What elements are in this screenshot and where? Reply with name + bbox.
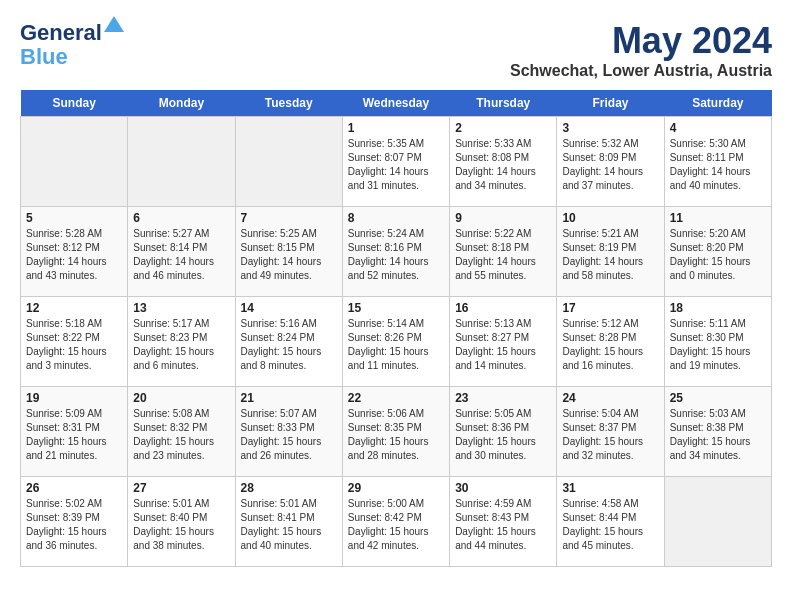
day-info: Sunrise: 4:59 AMSunset: 8:43 PMDaylight:… bbox=[455, 497, 551, 553]
header-row: Sunday Monday Tuesday Wednesday Thursday… bbox=[21, 90, 772, 117]
calendar-cell: 11 Sunrise: 5:20 AMSunset: 8:20 PMDaylig… bbox=[664, 207, 771, 297]
calendar-cell: 18 Sunrise: 5:11 AMSunset: 8:30 PMDaylig… bbox=[664, 297, 771, 387]
day-number: 26 bbox=[26, 481, 122, 495]
logo-general: General bbox=[20, 20, 102, 45]
day-number: 5 bbox=[26, 211, 122, 225]
calendar-cell: 22 Sunrise: 5:06 AMSunset: 8:35 PMDaylig… bbox=[342, 387, 449, 477]
day-info: Sunrise: 5:25 AMSunset: 8:15 PMDaylight:… bbox=[241, 227, 337, 283]
day-info: Sunrise: 5:22 AMSunset: 8:18 PMDaylight:… bbox=[455, 227, 551, 283]
day-number: 16 bbox=[455, 301, 551, 315]
calendar-cell: 15 Sunrise: 5:14 AMSunset: 8:26 PMDaylig… bbox=[342, 297, 449, 387]
day-number: 23 bbox=[455, 391, 551, 405]
day-number: 14 bbox=[241, 301, 337, 315]
day-info: Sunrise: 5:05 AMSunset: 8:36 PMDaylight:… bbox=[455, 407, 551, 463]
header-wednesday: Wednesday bbox=[342, 90, 449, 117]
day-info: Sunrise: 5:02 AMSunset: 8:39 PMDaylight:… bbox=[26, 497, 122, 553]
day-info: Sunrise: 5:06 AMSunset: 8:35 PMDaylight:… bbox=[348, 407, 444, 463]
day-number: 17 bbox=[562, 301, 658, 315]
logo-triangle-icon bbox=[104, 16, 124, 32]
day-number: 6 bbox=[133, 211, 229, 225]
calendar-cell: 14 Sunrise: 5:16 AMSunset: 8:24 PMDaylig… bbox=[235, 297, 342, 387]
day-number: 22 bbox=[348, 391, 444, 405]
calendar-cell bbox=[128, 117, 235, 207]
day-info: Sunrise: 5:18 AMSunset: 8:22 PMDaylight:… bbox=[26, 317, 122, 373]
day-number: 20 bbox=[133, 391, 229, 405]
header-tuesday: Tuesday bbox=[235, 90, 342, 117]
calendar-cell: 24 Sunrise: 5:04 AMSunset: 8:37 PMDaylig… bbox=[557, 387, 664, 477]
calendar-cell: 3 Sunrise: 5:32 AMSunset: 8:09 PMDayligh… bbox=[557, 117, 664, 207]
day-info: Sunrise: 5:08 AMSunset: 8:32 PMDaylight:… bbox=[133, 407, 229, 463]
calendar-cell: 1 Sunrise: 5:35 AMSunset: 8:07 PMDayligh… bbox=[342, 117, 449, 207]
calendar-cell: 9 Sunrise: 5:22 AMSunset: 8:18 PMDayligh… bbox=[450, 207, 557, 297]
day-number: 29 bbox=[348, 481, 444, 495]
main-title: May 2024 bbox=[510, 20, 772, 62]
day-info: Sunrise: 5:09 AMSunset: 8:31 PMDaylight:… bbox=[26, 407, 122, 463]
header-saturday: Saturday bbox=[664, 90, 771, 117]
header-thursday: Thursday bbox=[450, 90, 557, 117]
calendar-cell: 8 Sunrise: 5:24 AMSunset: 8:16 PMDayligh… bbox=[342, 207, 449, 297]
week-row-3: 12 Sunrise: 5:18 AMSunset: 8:22 PMDaylig… bbox=[21, 297, 772, 387]
day-info: Sunrise: 5:11 AMSunset: 8:30 PMDaylight:… bbox=[670, 317, 766, 373]
calendar-cell: 28 Sunrise: 5:01 AMSunset: 8:41 PMDaylig… bbox=[235, 477, 342, 567]
week-row-2: 5 Sunrise: 5:28 AMSunset: 8:12 PMDayligh… bbox=[21, 207, 772, 297]
day-number: 11 bbox=[670, 211, 766, 225]
day-info: Sunrise: 5:17 AMSunset: 8:23 PMDaylight:… bbox=[133, 317, 229, 373]
logo-blue: Blue bbox=[20, 44, 68, 70]
day-number: 4 bbox=[670, 121, 766, 135]
day-info: Sunrise: 5:27 AMSunset: 8:14 PMDaylight:… bbox=[133, 227, 229, 283]
week-row-4: 19 Sunrise: 5:09 AMSunset: 8:31 PMDaylig… bbox=[21, 387, 772, 477]
day-number: 25 bbox=[670, 391, 766, 405]
calendar-cell: 30 Sunrise: 4:59 AMSunset: 8:43 PMDaylig… bbox=[450, 477, 557, 567]
day-number: 19 bbox=[26, 391, 122, 405]
calendar-cell: 12 Sunrise: 5:18 AMSunset: 8:22 PMDaylig… bbox=[21, 297, 128, 387]
day-info: Sunrise: 5:16 AMSunset: 8:24 PMDaylight:… bbox=[241, 317, 337, 373]
day-number: 21 bbox=[241, 391, 337, 405]
day-number: 24 bbox=[562, 391, 658, 405]
calendar-cell bbox=[235, 117, 342, 207]
day-number: 9 bbox=[455, 211, 551, 225]
calendar-cell: 20 Sunrise: 5:08 AMSunset: 8:32 PMDaylig… bbox=[128, 387, 235, 477]
day-info: Sunrise: 5:21 AMSunset: 8:19 PMDaylight:… bbox=[562, 227, 658, 283]
day-info: Sunrise: 5:24 AMSunset: 8:16 PMDaylight:… bbox=[348, 227, 444, 283]
day-info: Sunrise: 5:14 AMSunset: 8:26 PMDaylight:… bbox=[348, 317, 444, 373]
calendar-cell: 21 Sunrise: 5:07 AMSunset: 8:33 PMDaylig… bbox=[235, 387, 342, 477]
calendar-cell: 5 Sunrise: 5:28 AMSunset: 8:12 PMDayligh… bbox=[21, 207, 128, 297]
day-info: Sunrise: 5:07 AMSunset: 8:33 PMDaylight:… bbox=[241, 407, 337, 463]
header-monday: Monday bbox=[128, 90, 235, 117]
calendar-cell bbox=[664, 477, 771, 567]
day-number: 1 bbox=[348, 121, 444, 135]
calendar-cell: 6 Sunrise: 5:27 AMSunset: 8:14 PMDayligh… bbox=[128, 207, 235, 297]
day-info: Sunrise: 5:01 AMSunset: 8:40 PMDaylight:… bbox=[133, 497, 229, 553]
day-number: 2 bbox=[455, 121, 551, 135]
header-sunday: Sunday bbox=[21, 90, 128, 117]
subtitle: Schwechat, Lower Austria, Austria bbox=[510, 62, 772, 80]
day-number: 13 bbox=[133, 301, 229, 315]
calendar-cell: 2 Sunrise: 5:33 AMSunset: 8:08 PMDayligh… bbox=[450, 117, 557, 207]
day-number: 8 bbox=[348, 211, 444, 225]
day-info: Sunrise: 5:28 AMSunset: 8:12 PMDaylight:… bbox=[26, 227, 122, 283]
day-number: 15 bbox=[348, 301, 444, 315]
day-number: 30 bbox=[455, 481, 551, 495]
calendar-cell: 7 Sunrise: 5:25 AMSunset: 8:15 PMDayligh… bbox=[235, 207, 342, 297]
page-header: General Blue May 2024 Schwechat, Lower A… bbox=[20, 20, 772, 80]
calendar-cell: 26 Sunrise: 5:02 AMSunset: 8:39 PMDaylig… bbox=[21, 477, 128, 567]
day-number: 18 bbox=[670, 301, 766, 315]
week-row-5: 26 Sunrise: 5:02 AMSunset: 8:39 PMDaylig… bbox=[21, 477, 772, 567]
calendar-cell: 27 Sunrise: 5:01 AMSunset: 8:40 PMDaylig… bbox=[128, 477, 235, 567]
calendar-table: Sunday Monday Tuesday Wednesday Thursday… bbox=[20, 90, 772, 567]
day-info: Sunrise: 5:20 AMSunset: 8:20 PMDaylight:… bbox=[670, 227, 766, 283]
calendar-cell: 29 Sunrise: 5:00 AMSunset: 8:42 PMDaylig… bbox=[342, 477, 449, 567]
calendar-cell: 23 Sunrise: 5:05 AMSunset: 8:36 PMDaylig… bbox=[450, 387, 557, 477]
calendar-cell: 25 Sunrise: 5:03 AMSunset: 8:38 PMDaylig… bbox=[664, 387, 771, 477]
calendar-cell: 31 Sunrise: 4:58 AMSunset: 8:44 PMDaylig… bbox=[557, 477, 664, 567]
logo: General Blue bbox=[20, 20, 102, 70]
day-info: Sunrise: 5:32 AMSunset: 8:09 PMDaylight:… bbox=[562, 137, 658, 193]
day-number: 12 bbox=[26, 301, 122, 315]
day-info: Sunrise: 5:01 AMSunset: 8:41 PMDaylight:… bbox=[241, 497, 337, 553]
day-info: Sunrise: 4:58 AMSunset: 8:44 PMDaylight:… bbox=[562, 497, 658, 553]
calendar-cell: 10 Sunrise: 5:21 AMSunset: 8:19 PMDaylig… bbox=[557, 207, 664, 297]
svg-marker-0 bbox=[104, 16, 124, 32]
day-number: 27 bbox=[133, 481, 229, 495]
calendar-cell: 13 Sunrise: 5:17 AMSunset: 8:23 PMDaylig… bbox=[128, 297, 235, 387]
day-number: 28 bbox=[241, 481, 337, 495]
